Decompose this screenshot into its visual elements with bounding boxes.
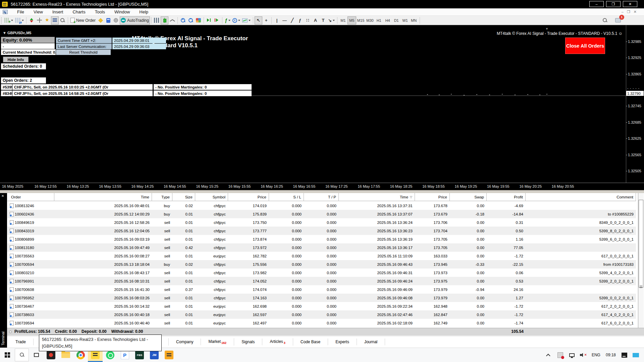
tab-journal[interactable]: Journal	[357, 339, 385, 345]
menu-item-help[interactable]: Help	[135, 9, 153, 15]
sound-button[interactable]	[112, 16, 120, 24]
templates-button[interactable]	[241, 16, 252, 24]
menu-item-insert[interactable]: Insert	[48, 9, 68, 15]
request-button[interactable]	[104, 16, 112, 24]
zoom-in-button[interactable]	[179, 16, 187, 24]
navigator-button[interactable]	[43, 16, 51, 24]
line-chart-button[interactable]	[168, 16, 176, 24]
close-all-orders-button[interactable]: Close All Orders	[565, 38, 605, 54]
horizontal-line-button[interactable]: —	[281, 16, 288, 24]
column-header-swap-10[interactable]: Swap	[450, 193, 487, 201]
menu-item-tools[interactable]: Tools	[90, 9, 110, 15]
order-row[interactable]: 1007355632025.05.16 00:08:27sell0.01eurj…	[7, 252, 636, 260]
profiles-button[interactable]	[14, 16, 25, 24]
tab-code-base[interactable]: Code Base	[293, 339, 328, 345]
tab-experts[interactable]: Experts	[328, 339, 357, 345]
timeframe-m1[interactable]: M1	[339, 16, 347, 24]
indicators-button[interactable]: ƒ	[224, 16, 231, 24]
tray-expand-button[interactable]	[544, 348, 554, 362]
child-minimize-button[interactable]: –	[622, 10, 624, 14]
timeframe-m15[interactable]: M15	[356, 16, 365, 24]
tab-articles[interactable]: Articles3	[262, 338, 293, 346]
order-row[interactable]: 1007395942025.05.16 00:46:40sell0.01eurj…	[7, 319, 636, 327]
menu-item-window[interactable]: Window	[110, 9, 135, 15]
order-row[interactable]: 1008131802025.05.16 09:47:49sell0.42chfj…	[7, 243, 636, 252]
market-watch-button[interactable]	[28, 16, 36, 24]
order-row[interactable]: 1007969912025.05.16 08:10:31sell0.01chfj…	[7, 277, 636, 285]
tab-market[interactable]: Market162	[201, 338, 234, 346]
column-header-profit-11[interactable]: Profit	[487, 193, 526, 201]
volume-button[interactable]: ×	[578, 348, 588, 362]
bar-chart-button[interactable]	[153, 16, 161, 24]
menu-item-view[interactable]: View	[29, 9, 48, 15]
orders-table-header[interactable]: OrderTimeTypeSizeSymbolPriceS / LT / PTi…	[7, 193, 636, 201]
autotrading-button[interactable]: AutoTrading	[120, 16, 150, 24]
column-header-order-0[interactable]: Order	[7, 193, 54, 201]
metaeditor-button[interactable]	[97, 16, 104, 24]
chart-shift-button[interactable]	[213, 16, 221, 24]
column-header-sl-6[interactable]: S / L	[269, 193, 304, 201]
restore-button[interactable]: ❐	[606, 1, 621, 7]
timeframe-h1[interactable]: H1	[375, 16, 383, 24]
order-row[interactable]: 1008032102025.05.16 08:43:17sell0.01chfj…	[7, 268, 636, 277]
text-label-button[interactable]: T	[319, 16, 327, 24]
vertical-line-button[interactable]: |	[273, 16, 281, 24]
order-row[interactable]: 1007006082025.05.15 16:41:30sell0.37chfj…	[7, 285, 636, 294]
terminal-close-icon[interactable]: ✕	[1, 194, 4, 198]
show-desktop-button[interactable]	[631, 348, 641, 362]
column-header-comment-12[interactable]: Comment	[526, 193, 636, 201]
tab-trade[interactable]: Trade	[8, 339, 34, 345]
taskbar-clock[interactable]: 09:18	[604, 348, 618, 362]
column-header-type-2[interactable]: Type	[152, 193, 172, 201]
language-indicator[interactable]: ENG	[590, 348, 602, 362]
panel-splitter[interactable]	[0, 190, 644, 193]
timeframe-h4[interactable]: H4	[383, 16, 392, 24]
order-row[interactable]: 1006024362025.05.12 14:00:29buy0.01chfjp…	[7, 210, 636, 218]
cursor-button[interactable]: ↖	[255, 16, 262, 24]
terminal-button[interactable]	[51, 16, 59, 24]
column-header-symbol-4[interactable]: Symbol	[195, 193, 228, 201]
column-header-size-3[interactable]: Size	[172, 193, 195, 201]
order-row[interactable]: 1007005942025.05.13 18:18:04buy0.02chfjp…	[7, 260, 636, 268]
chart-window-icon[interactable]	[3, 10, 8, 14]
scrollbar-thumb[interactable]	[639, 200, 643, 288]
menu-item-charts[interactable]: Charts	[68, 9, 90, 15]
timeframe-m5[interactable]: M5	[347, 16, 356, 24]
child-restore-button[interactable]: ❐	[627, 10, 630, 14]
tray-app-button[interactable]	[555, 348, 566, 362]
column-header-tp-7[interactable]: T / P	[304, 193, 339, 201]
terminal-scrollbar[interactable]	[638, 193, 644, 328]
cycle-lines-button[interactable]: ∷	[304, 16, 312, 24]
timeframe-w1[interactable]: W1	[401, 16, 410, 24]
order-row[interactable]: 1008496192025.05.16 12:58:26sell0.01chfj…	[7, 218, 636, 227]
tab-signals[interactable]: Signals	[234, 339, 262, 345]
tab-company[interactable]: Company	[169, 339, 201, 345]
chart-symbol-label[interactable]: ▼ GBPUSDc,M5	[3, 31, 31, 35]
periods-button[interactable]	[231, 16, 241, 24]
order-row[interactable]: 1008068992025.05.16 09:03:19sell0.01chfj…	[7, 235, 636, 243]
start-button[interactable]	[0, 348, 15, 362]
timeframe-m30[interactable]: M30	[365, 16, 374, 24]
crosshair-button[interactable]: +	[262, 16, 270, 24]
auto-scroll-button[interactable]	[205, 16, 213, 24]
order-row[interactable]: 1007959522025.05.16 08:03:26sell0.01chfj…	[7, 294, 636, 302]
zoom-out-button[interactable]	[187, 16, 195, 24]
notifications-button[interactable]: 1	[614, 16, 622, 24]
time-axis[interactable]: 16 May 202516 May 12:5516 May 13:2516 Ma…	[0, 183, 644, 190]
candlestick-button[interactable]	[161, 16, 168, 24]
menu-item-file[interactable]: File	[12, 9, 29, 15]
search-button[interactable]	[601, 16, 609, 24]
minimize-button[interactable]: –	[589, 1, 604, 7]
child-close-button[interactable]: ✕	[634, 10, 637, 14]
order-row[interactable]: 1008132462025.05.16 09:48:01buy0.02chfjp…	[7, 201, 636, 210]
column-header-time-8[interactable]: Time▽	[339, 193, 415, 201]
timeframe-d1[interactable]: D1	[392, 16, 401, 24]
taskbar-search-button[interactable]	[15, 349, 29, 361]
order-row[interactable]: 1008433192025.05.16 12:04:05sell0.01chfj…	[7, 227, 636, 235]
tile-windows-button[interactable]	[195, 16, 202, 24]
strategy-tester-button[interactable]	[59, 16, 66, 24]
column-header-price-9[interactable]: Price	[415, 193, 450, 201]
taskbar-mt4-second[interactable]	[162, 348, 176, 362]
new-order-button[interactable]: New Order	[69, 16, 97, 24]
network-button[interactable]	[567, 348, 577, 362]
